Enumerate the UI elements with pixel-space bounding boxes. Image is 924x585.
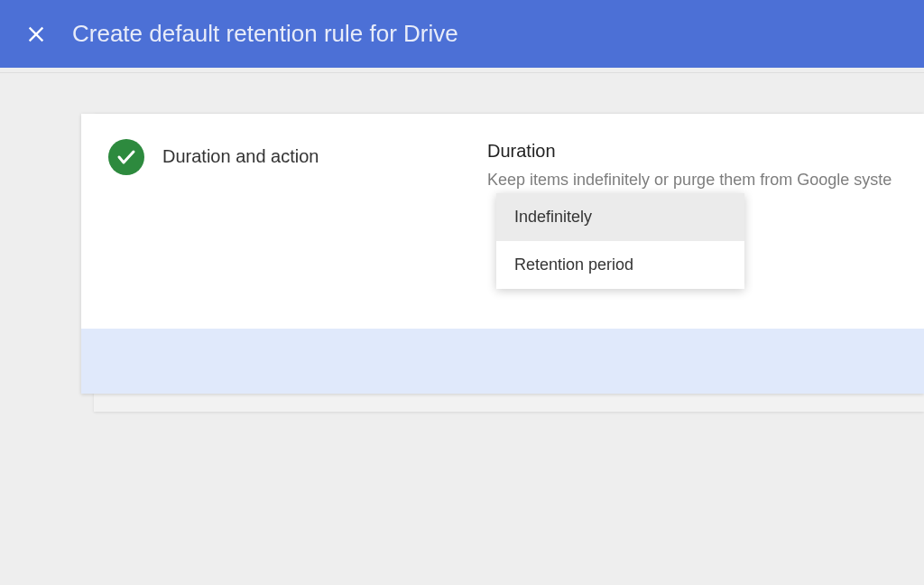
step-complete-badge: [108, 139, 144, 175]
content-area: Duration and action Duration Keep items …: [0, 73, 924, 394]
dropdown-option-label: Retention period: [514, 255, 633, 274]
section-description: Keep items indefinitely or purge them fr…: [487, 169, 906, 191]
dropdown-option-label: Indefinitely: [514, 208, 592, 226]
close-icon: [26, 24, 46, 44]
check-icon: [116, 146, 137, 168]
close-button[interactable]: [18, 16, 54, 52]
duration-dropdown-menu: Indefinitely Retention period: [496, 193, 744, 289]
dropdown-option-indefinitely[interactable]: Indefinitely: [496, 193, 744, 241]
section-heading: Duration: [487, 141, 906, 162]
dropdown-option-retention-period[interactable]: Retention period: [496, 241, 744, 289]
step-label: Duration and action: [162, 139, 319, 167]
dialog-header: Create default retention rule for Drive: [0, 0, 924, 68]
dialog-title: Create default retention rule for Drive: [72, 20, 458, 48]
card-footer-strip: [81, 329, 924, 394]
